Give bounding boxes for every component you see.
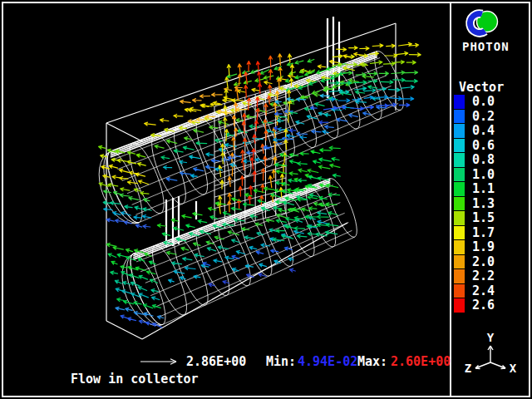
legend-swatch: [454, 226, 465, 240]
legend-swatch: [454, 110, 465, 124]
legend-row: 1.9: [454, 240, 495, 255]
legend-swatch: [454, 139, 465, 153]
axis-triad-icon: Y Z X: [456, 326, 525, 376]
legend-swatch: [454, 211, 465, 225]
legend-row: 0.6: [454, 139, 495, 154]
legend-swatch: [454, 255, 465, 269]
legend-swatch: [454, 168, 465, 182]
legend-row: 1.5: [454, 211, 495, 226]
legend-value: 0.6: [472, 139, 495, 153]
photon-logo-icon: [464, 7, 504, 40]
legend-swatch: [454, 240, 465, 254]
legend-swatch: [454, 124, 465, 138]
legend-value: 1.9: [472, 240, 495, 254]
legend-swatch: [454, 197, 465, 211]
legend-value: 2.0: [472, 255, 495, 269]
axis-x-label: X: [510, 362, 517, 375]
legend-swatch: [454, 284, 465, 298]
legend-value: 1.7: [472, 226, 495, 240]
min-label: Min:: [266, 355, 296, 368]
legend-swatch: [454, 95, 465, 109]
max-value: 2.60E+00: [391, 355, 451, 368]
legend-value: 0.2: [472, 110, 495, 124]
legend-value: 0.4: [472, 124, 495, 138]
logo-label: PHOTON: [462, 40, 510, 53]
legend-title: Vector: [459, 80, 504, 95]
panel-divider: [450, 2, 451, 397]
legend-row: 0.4: [454, 124, 495, 139]
legend-value: 2.6: [472, 298, 495, 313]
legend-row: 2.6: [454, 298, 495, 313]
legend-row: 1.0: [454, 168, 495, 183]
legend-row: 1.7: [454, 226, 495, 241]
legend-value: 0.8: [472, 153, 495, 167]
legend-row: 1.3: [454, 197, 495, 212]
max-label: Max:: [357, 355, 387, 368]
photon-window: PHOTON Vector 0.00.20.40.60.81.01.11.31.…: [0, 0, 532, 399]
legend-value: 1.3: [472, 197, 495, 211]
reference-arrow-icon: [140, 357, 181, 367]
legend-row: 2.0: [454, 255, 495, 270]
legend-swatch: [454, 269, 465, 283]
legend-row: 0.8: [454, 153, 495, 168]
legend-value: 2.2: [472, 269, 495, 283]
legend-value: 2.4: [472, 284, 495, 298]
axis-z-label: Z: [465, 362, 471, 375]
legend-row: 0.0: [454, 95, 495, 110]
legend-value: 1.0: [472, 168, 495, 182]
legend-swatch: [454, 182, 465, 196]
legend-swatch: [454, 298, 465, 313]
reference-scale-value: 2.86E+00: [186, 355, 246, 368]
axis-y-label: Y: [487, 331, 495, 344]
legend-value: 0.0: [472, 95, 495, 109]
legend-row: 0.2: [454, 110, 495, 125]
legend-value: 1.1: [472, 182, 495, 196]
legend-value: 1.5: [472, 211, 495, 225]
plot-caption: Flow in collector: [71, 372, 199, 387]
legend-row: 2.4: [454, 284, 495, 299]
legend-row: 1.1: [454, 182, 495, 197]
legend-row: 2.2: [454, 269, 495, 284]
legend-swatch: [454, 153, 465, 167]
vector-legend: 0.00.20.40.60.81.01.11.31.51.71.92.02.22…: [454, 95, 495, 313]
min-value: 4.94E-02: [298, 355, 357, 368]
